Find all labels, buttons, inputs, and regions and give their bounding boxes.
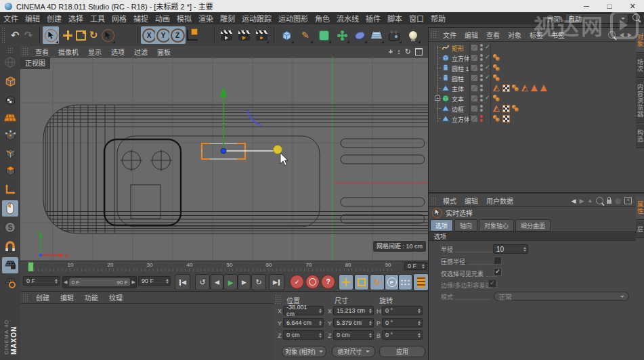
tag-list[interactable] [493, 105, 519, 112]
visibility-dots[interactable] [480, 85, 483, 92]
add-mograph-button[interactable] [334, 26, 350, 44]
object-row[interactable]: 立方体 2 [429, 114, 636, 124]
object-name[interactable]: 边框 [452, 105, 464, 114]
object-manager-menu-item[interactable]: 标签 [525, 32, 547, 39]
visibility-dots[interactable] [480, 54, 483, 62]
convert-object-button[interactable] [2, 54, 18, 70]
menu-item[interactable]: 选择 [65, 15, 87, 23]
expand-icon[interactable]: ▶ [628, 32, 632, 38]
visibility-dots[interactable] [480, 74, 483, 82]
panel-grip[interactable] [431, 197, 437, 205]
enabled-check-icon[interactable]: ✓ [485, 94, 490, 101]
tri-tag-icon[interactable] [521, 85, 529, 92]
tag-list[interactable] [493, 85, 548, 92]
record-keyframe-button[interactable]: ✓ [290, 275, 304, 289]
object-manager-menu-item[interactable]: 书签 [547, 32, 569, 39]
enabled-check-icon[interactable]: ✓ [485, 74, 490, 81]
last-tool-button[interactable] [100, 26, 116, 44]
apply-button[interactable]: 应用 [379, 346, 425, 357]
axis-mode-button[interactable] [2, 181, 18, 198]
next-frame-button[interactable]: ▶ [238, 274, 251, 290]
enabled-check-icon[interactable]: ✓ [485, 64, 490, 70]
interface-dropdown[interactable]: 自动 [565, 14, 628, 24]
add-spline-button[interactable]: ✎ [297, 26, 314, 44]
material-menu-item[interactable]: 创建 [30, 294, 55, 302]
layer-icon[interactable] [471, 95, 477, 102]
gizmo-y-arrowhead[interactable] [219, 87, 228, 97]
toggle-view-icon[interactable] [415, 48, 423, 55]
layer-icon[interactable] [471, 116, 477, 122]
rotation-p-field[interactable]: 0 ° [382, 318, 423, 328]
track-icon[interactable]: ◎ [615, 197, 621, 204]
quantize-button[interactable] [2, 238, 18, 254]
menu-item[interactable]: 运动跟踪 [238, 15, 275, 23]
key-pla-toggle[interactable] [398, 274, 412, 290]
ball-tag-icon[interactable] [493, 115, 500, 122]
object-row[interactable]: 圆柱 1 ✓ [429, 63, 636, 73]
range-right-arrow-icon[interactable]: ▶ [131, 279, 136, 285]
current-frame-spinner[interactable]: 0 F [23, 276, 60, 286]
manager-tab[interactable]: 内容浏览器 [636, 79, 644, 123]
menu-item[interactable]: 流水线 [333, 15, 362, 23]
attribute-side-tab[interactable]: 属性 [636, 196, 644, 220]
checker-tag-icon[interactable] [502, 115, 510, 122]
parent-icon[interactable]: ▲ [587, 198, 593, 204]
texture-mode-button[interactable] [2, 92, 18, 108]
new-window-icon[interactable]: + [624, 197, 632, 204]
object-row[interactable]: 圆柱 ✓ [429, 73, 636, 83]
ball-tag-icon[interactable] [493, 95, 500, 102]
visibility-dots[interactable] [480, 44, 483, 51]
manager-tab[interactable]: 场次 [636, 54, 644, 78]
menu-item[interactable]: 窗口 [406, 15, 427, 23]
gizmo-x-handle[interactable] [274, 145, 282, 154]
checker-tag-icon[interactable] [502, 105, 510, 112]
add-camera-button[interactable] [386, 26, 402, 44]
edges-mode-button[interactable] [2, 145, 18, 161]
lock-z-axis-button[interactable]: Z [169, 26, 186, 44]
tri-tag-icon[interactable] [493, 85, 500, 92]
play-button[interactable]: ▶ [223, 274, 238, 290]
panel-grip[interactable] [275, 294, 280, 304]
menu-item[interactable]: 动画 [152, 15, 173, 23]
render-picture-viewer-button[interactable] [236, 26, 252, 44]
object-manager-menu-item[interactable]: 文件 [439, 32, 460, 39]
search-icon[interactable] [608, 31, 616, 39]
radius-field[interactable]: 10 [493, 244, 528, 254]
material-menu-item[interactable]: 功能 [79, 294, 104, 302]
ball-tag-icon[interactable] [493, 54, 500, 62]
attribute-tab[interactable]: 对象轴心 [479, 219, 514, 231]
menu-item[interactable]: 模拟 [173, 15, 195, 23]
trifill-tag-icon[interactable] [540, 85, 548, 92]
manager-tab[interactable]: 构造 [636, 125, 644, 148]
ball-tag-icon[interactable] [512, 105, 519, 112]
pressure-radius-checkbox[interactable] [494, 256, 502, 265]
coordinate-system-button[interactable] [184, 26, 200, 44]
size-z-field[interactable]: 0 cm [333, 330, 374, 340]
layer-icon[interactable] [471, 106, 477, 112]
keyframe-selection-button[interactable]: ? [321, 275, 335, 289]
tag-list[interactable] [493, 115, 510, 122]
visibility-dots[interactable] [480, 64, 483, 72]
render-view-button[interactable] [218, 26, 234, 44]
tag-list[interactable] [493, 64, 500, 72]
model-mode-button[interactable] [2, 73, 18, 89]
minimize-button[interactable]: ─ [575, 0, 598, 12]
lock-workplane-button[interactable] [2, 257, 18, 273]
viewport-menu-item[interactable]: 显示 [83, 49, 106, 56]
object-manager-menu-item[interactable]: 编辑 [460, 32, 482, 39]
size-mode-dropdown[interactable]: 绝对尺寸 [332, 346, 375, 357]
add-light-button[interactable] [405, 26, 421, 44]
material-menu-item[interactable]: 编辑 [55, 294, 79, 302]
range-left-arrow-icon[interactable]: ◀ [63, 279, 68, 285]
previous-key-button[interactable]: ↺ [195, 274, 210, 290]
zoom-view-icon[interactable]: ↕ [397, 48, 401, 55]
add-cube-button[interactable] [278, 26, 295, 44]
frame-range-slider[interactable]: ◀ 0 F90 F ▶ [62, 276, 137, 288]
visible-only-checkbox[interactable]: ✓ [494, 268, 502, 276]
rotation-b-field[interactable]: 0 ° [382, 330, 423, 340]
viewport-canvas[interactable]: Y X 网格间距 : 10 cm [20, 57, 428, 261]
expand-toggle-icon[interactable]: + [435, 95, 440, 101]
model-wireframe[interactable] [43, 105, 428, 233]
end-frame-spinner[interactable]: 90 F [138, 276, 171, 286]
rotation-h-field[interactable]: 0 ° [382, 306, 423, 315]
